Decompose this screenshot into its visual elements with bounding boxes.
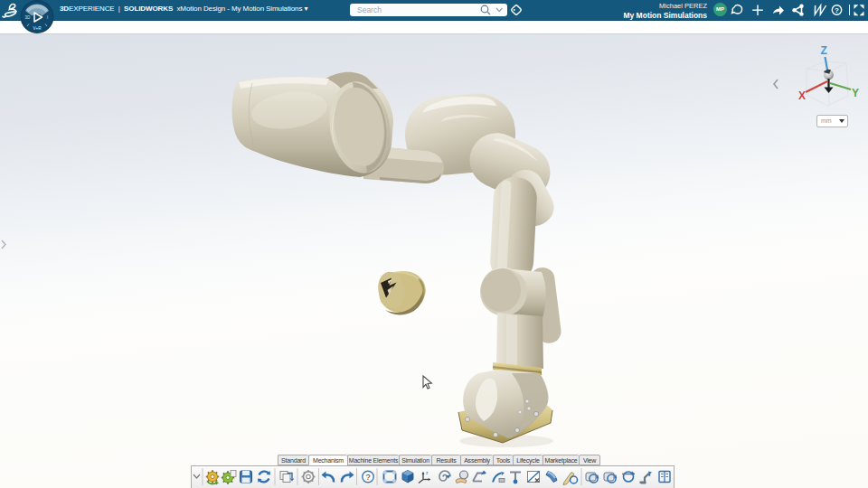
svg-text:I: I [47,15,48,20]
svg-text:3D: 3D [25,15,32,20]
svg-text:?: ? [835,6,839,14]
svg-text:Z: Z [821,44,827,57]
svg-text:Y: Y [852,87,859,99]
svg-text:V+R: V+R [33,26,42,31]
svg-text:?: ? [365,473,370,482]
svg-text:X: X [798,89,806,102]
svg-text:z: z [426,470,429,475]
